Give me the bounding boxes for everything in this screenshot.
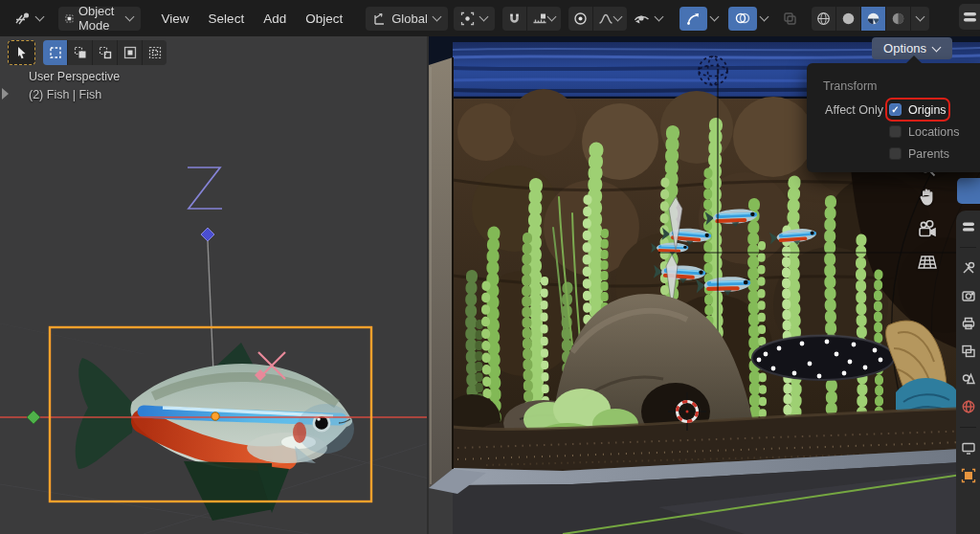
falloff-curve-icon [598,11,613,26]
tab-output-icon[interactable] [961,316,976,331]
menu-view[interactable]: View [152,7,199,31]
chevron-down-icon [931,42,941,52]
3d-viewport-editor-icon [14,11,31,26]
viewport-left-scene[interactable] [0,36,429,534]
editor-type-selector[interactable] [8,7,51,31]
orientation-label: Global [391,11,428,26]
chevron-down-icon [432,12,441,22]
select-mode-subtract[interactable] [92,40,117,65]
pivot-point-selector[interactable] [454,7,495,31]
shading-material-icon [866,11,880,26]
snap-target-selector[interactable] [526,7,561,31]
proportional-editing-icon [573,11,588,26]
chevron-down-icon [479,12,488,22]
camera-view-icon[interactable] [916,218,939,245]
tab-render-icon[interactable] [961,288,976,303]
show-object-types-eye-icon [634,11,650,25]
checkbox-label: Origins [908,103,947,117]
checkbox-origins[interactable]: Origins [889,101,947,118]
object-mode-icon [65,11,74,26]
tab-scene-icon[interactable] [961,371,976,387]
select-mode-group [43,40,167,65]
tab-object-data-icon[interactable] [961,440,976,456]
shading-wireframe-button[interactable] [812,7,835,31]
properties-tab-column [956,211,980,534]
shading-solid-icon [841,11,856,26]
chevron-down-icon [546,12,556,22]
chevron-down-icon[interactable] [759,12,768,22]
checkbox-box[interactable] [889,103,902,116]
chevron-down-icon[interactable] [709,12,719,22]
snap-target-icon [532,11,547,26]
tab-view-layer-icon[interactable] [961,344,976,359]
popover-notch [905,56,923,64]
properties-editor-icon [963,10,978,25]
sidebar-expand-chevron-icon[interactable] [2,88,9,100]
checkbox-parents[interactable]: Parents [889,145,949,162]
checkbox-label: Locations [908,125,960,139]
active-tool-tweak-button[interactable] [8,40,35,65]
select-mode-set[interactable] [43,40,67,65]
checkbox-label: Parents [908,147,949,161]
transform-orientation-selector[interactable]: Global [366,7,448,31]
shading-rendered-button[interactable] [885,7,910,31]
xray-icon [783,11,797,26]
toggle-xray-button[interactable] [776,7,804,31]
select-mode-intersect[interactable] [142,40,167,65]
checkbox-box[interactable] [889,125,902,138]
shading-wireframe-icon [816,11,831,26]
menu-object[interactable]: Object [296,7,352,31]
properties-editor-type-button[interactable] [959,4,980,30]
chevron-down-icon [915,12,924,22]
pan-hand-icon[interactable] [916,186,939,212]
options-popover: Transform Affect Only Origins Locations … [807,63,980,172]
tab-object-icon[interactable] [961,468,976,483]
proportional-editing-toggle[interactable] [568,7,592,31]
transform-orientation-icon [372,11,387,26]
pivot-point-icon [460,11,475,26]
chevron-down-icon [654,12,663,22]
viewport-tool-settings [8,40,167,65]
led-light-ring[interactable] [752,335,894,380]
shading-dropdown[interactable] [910,7,929,31]
popover-section-title: Transform [823,79,878,93]
mode-selector[interactable]: Object Mode [58,7,141,31]
tab-tool-icon[interactable] [961,260,976,276]
chevron-down-icon [124,12,134,22]
chevron-down-icon [612,12,622,22]
object-origin-dot[interactable] [212,412,219,420]
perspective-label: User Perspective [29,70,120,83]
select-mode-extend[interactable] [67,40,92,65]
active-object-label: (2) Fish | Fish [29,88,101,101]
options-button-label: Options [883,41,926,56]
menu-select[interactable]: Select [199,7,255,31]
gizmo-arrow-icon [686,11,701,26]
header-bar: Object Mode View Select Add Object Globa… [0,0,980,36]
properties-active-tab[interactable] [957,178,980,204]
menu-add[interactable]: Add [254,7,296,31]
show-object-types-selector[interactable] [627,7,670,31]
show-overlays-toggle[interactable] [728,7,757,31]
proportional-falloff-selector[interactable] [592,7,627,31]
viewport-gizmos-toggle[interactable] [679,7,707,31]
blender-window: Object Mode View Select Add Object Globa… [0,0,980,534]
tweak-select-cursor-icon [15,46,28,59]
affect-only-label: Affect Only [807,103,883,117]
divider [960,247,976,248]
shading-mode-group [812,7,929,31]
snap-toggle-button[interactable] [502,7,526,31]
orthographic-grid-icon[interactable] [916,251,939,278]
chevron-down-icon [35,12,45,22]
mode-label: Object Mode [78,4,121,33]
checkbox-box[interactable] [889,147,902,160]
shading-rendered-icon [891,11,905,26]
tab-world-icon[interactable] [961,399,976,414]
checkbox-locations[interactable]: Locations [889,123,960,140]
shading-solid-button[interactable] [835,7,860,31]
editor-type-icon[interactable] [961,219,976,234]
divider [960,427,976,428]
shading-material-button[interactable] [860,7,885,31]
overlays-icon [735,11,750,25]
select-mode-invert[interactable] [117,40,142,65]
snap-magnet-icon [507,11,522,26]
